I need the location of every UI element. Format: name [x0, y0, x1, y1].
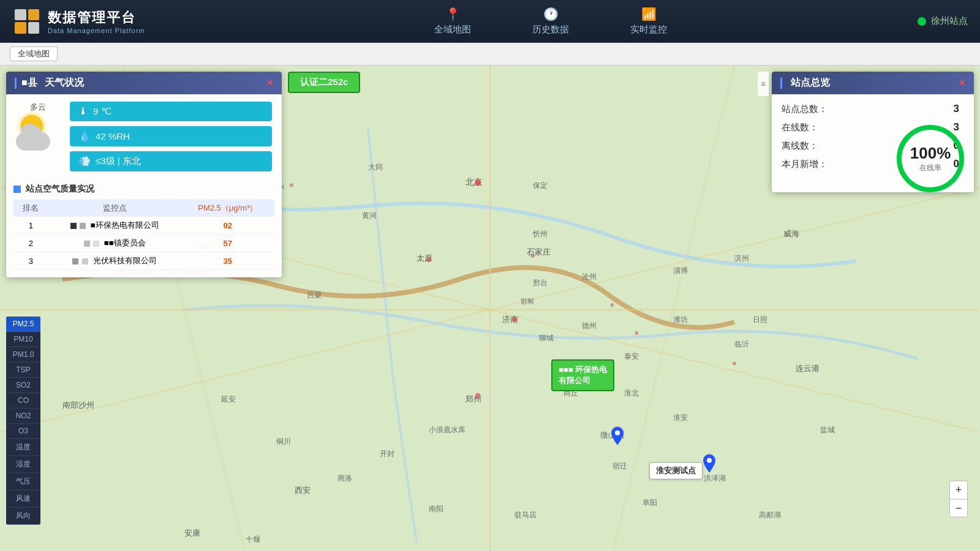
side-tab-PM1.0[interactable]: PM1.0 — [6, 347, 40, 362]
svg-point-61 — [733, 362, 736, 365]
svg-text:盐城: 盐城 — [820, 425, 835, 434]
weather-icon-area: 多云 — [16, 102, 60, 152]
side-tab-O3[interactable]: O3 — [6, 424, 40, 439]
svg-text:临沂: 临沂 — [734, 340, 749, 348]
weather-panel-title: ■县 天气状况 — [15, 77, 84, 89]
weather-description: 多云 — [30, 102, 46, 113]
map-label-huanbao: ■■■ 环保热电 有限公司 — [551, 359, 614, 391]
station-panel: 站点总览 × 站点总数： 3 在线数： 3 离线数： 0 本月新增： — [772, 72, 974, 192]
blue-square-icon — [13, 186, 21, 193]
side-tab-NO2[interactable]: NO2 — [6, 408, 40, 424]
breadcrumb-tag[interactable]: 全域地图 — [10, 47, 58, 61]
humidity-value: 42 %RH — [96, 131, 130, 141]
svg-text:聊城: 聊城 — [539, 334, 554, 342]
logo-icon — [12, 7, 42, 36]
side-tab-温度[interactable]: 温度 — [6, 439, 40, 456]
weather-panel: ■县 天气状况 × 多云 🌡 9 ℃ 💧 42 %RH — [6, 72, 282, 277]
weather-content: 多云 🌡 9 ℃ 💧 42 %RH 💨 ≤3级 | 东北 — [6, 94, 282, 179]
zoom-in-button[interactable]: + — [949, 481, 968, 499]
svg-text:淄博: 淄博 — [673, 266, 688, 275]
realtime-nav-icon: 📶 — [641, 7, 657, 21]
aq-col-pm25: PM2.5（μg/m³） — [181, 200, 274, 217]
station-close-button[interactable]: × — [959, 77, 965, 89]
station-total-label: 站点总数： — [782, 103, 935, 115]
history-nav-icon: 🕐 — [543, 7, 559, 21]
svg-point-62 — [615, 430, 620, 435]
weather-stats: 🌡 9 ℃ 💧 42 %RH 💨 ≤3级 | 东北 — [70, 102, 272, 171]
online-rate-percent: 100% — [910, 144, 951, 163]
svg-text:延安: 延安 — [221, 395, 236, 403]
nav-item-history[interactable]: 🕐 历史数据 — [526, 4, 575, 39]
sidebar-collapse-button[interactable]: ≡ — [758, 72, 769, 96]
svg-text:十堰: 十堰 — [246, 535, 260, 544]
side-tab-湿度[interactable]: 湿度 — [6, 456, 40, 473]
wind-icon: 💨 — [78, 156, 91, 167]
svg-point-63 — [707, 458, 712, 463]
aq-rank: 2 — [13, 234, 48, 252]
aq-col-rank: 排名 — [13, 200, 48, 217]
station-panel-title: 站点总览 — [780, 77, 830, 89]
svg-text:阜阳: 阜阳 — [643, 498, 657, 507]
map-marker-huanbao[interactable]: ■■■ 环保热电 有限公司 — [551, 359, 614, 391]
side-tab-PM2.5[interactable]: PM2.5 — [6, 317, 40, 332]
side-tab-风向[interactable]: 风向 — [6, 508, 40, 525]
zoom-out-button[interactable]: − — [949, 499, 968, 517]
aq-col-station: 监控点 — [48, 200, 181, 217]
map-pin-huaian[interactable] — [703, 454, 715, 475]
online-rate-circle: 100% 在线率 — [897, 125, 964, 192]
svg-text:忻州: 忻州 — [532, 230, 548, 238]
svg-text:潍坊: 潍坊 — [673, 315, 688, 324]
aq-station-name: 光伏科技有限公司 — [48, 252, 181, 270]
side-tab-SO2[interactable]: SO2 — [6, 378, 40, 393]
left-side-tabs: PM2.5PM10PM1.0TSPSO2CONO2O3温度湿度气压风速风向 — [6, 317, 40, 525]
svg-text:邢台: 邢台 — [533, 279, 548, 287]
temperature-value: 9 ℃ — [93, 106, 111, 117]
weather-temperature: 🌡 9 ℃ — [70, 102, 272, 121]
nav-label-history: 历史数据 — [532, 24, 569, 36]
map-nav-icon: 📍 — [445, 7, 461, 21]
svg-text:吕梁: 吕梁 — [307, 291, 322, 299]
aq-pm25-value: 92 — [181, 217, 274, 234]
aq-pm25-value: 35 — [181, 252, 274, 270]
side-tab-风速[interactable]: 风速 — [6, 490, 40, 508]
station-panel-header: 站点总览 × — [772, 72, 974, 94]
nav-item-realtime[interactable]: 📶 实时监控 — [624, 4, 673, 39]
map-pin-weishan[interactable] — [611, 427, 624, 448]
station-panel-title-text: 站点总览 — [791, 77, 830, 89]
aq-table-row: 3 光伏科技有限公司 35 — [13, 252, 274, 270]
map-zoom-controls: + − — [949, 481, 968, 517]
weather-panel-header: ■县 天气状况 × — [6, 72, 282, 94]
header-right: 徐州站点 — [918, 15, 968, 27]
station-content: 站点总数： 3 在线数： 3 离线数： 0 本月新增： 0 100% 在线 — [772, 94, 974, 192]
nav-center: 📍 全域地图 🕐 历史数据 📶 实时监控 — [184, 4, 918, 39]
svg-text:日照: 日照 — [753, 315, 767, 324]
side-tab-PM10[interactable]: PM10 — [6, 332, 40, 347]
svg-text:石家庄: 石家庄 — [527, 247, 551, 257]
humidity-icon: 💧 — [78, 130, 91, 142]
svg-text:沧州: 沧州 — [582, 272, 597, 281]
online-rate-label: 在线率 — [919, 163, 941, 173]
cert-badge: 认证二252c — [288, 72, 360, 93]
nav-item-map[interactable]: 📍 全域地图 — [428, 4, 477, 39]
weather-close-button[interactable]: × — [266, 77, 273, 89]
location-status-dot — [918, 17, 926, 26]
svg-text:淮安: 淮安 — [673, 413, 688, 422]
weather-title: 天气状况 — [45, 77, 84, 89]
aq-pm25-value: 57 — [181, 234, 274, 252]
svg-text:淮北: 淮北 — [624, 389, 639, 397]
logo-text: 数据管理平台 Data Management Platform — [48, 9, 145, 34]
svg-text:小浪底水库: 小浪底水库 — [429, 425, 466, 434]
svg-text:南阳: 南阳 — [429, 504, 443, 513]
svg-point-56 — [475, 393, 480, 398]
weather-wind: 💨 ≤3级 | 东北 — [70, 151, 272, 171]
aq-station-name: ■■镇委员会 — [48, 234, 181, 252]
aq-table-row: 2 ■■镇委员会 57 — [13, 234, 274, 252]
station-total-value: 3 — [935, 103, 959, 115]
svg-text:南部沙州: 南部沙州 — [62, 400, 94, 410]
side-tab-CO[interactable]: CO — [6, 393, 40, 408]
side-tab-气压[interactable]: 气压 — [6, 473, 40, 490]
svg-text:滨州: 滨州 — [734, 254, 749, 263]
svg-point-59 — [611, 303, 614, 307]
air-quality-section: 站点空气质量实况 排名 监控点 PM2.5（μg/m³） 1 ■环保热电有限公司 — [6, 179, 282, 277]
side-tab-TSP[interactable]: TSP — [6, 362, 40, 378]
